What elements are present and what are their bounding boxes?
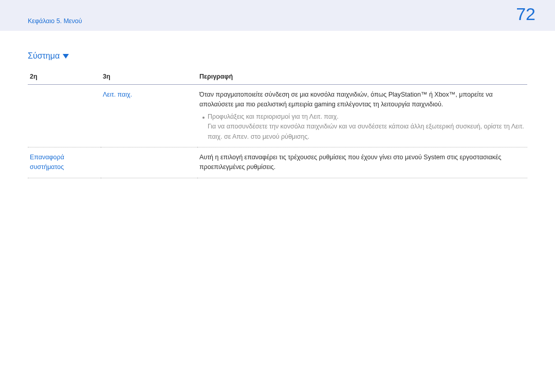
section-title-text: Σύστημα: [28, 51, 60, 61]
section-title: Σύστημα: [28, 51, 527, 61]
desc-main: Όταν πραγματοποιείτε σύνδεση σε μια κονσ…: [199, 90, 525, 110]
page-content: Σύστημα 2η 3η Περιγραφή Λειτ. παιχ. Όταν…: [0, 31, 555, 178]
cell-col3: [101, 147, 197, 178]
settings-table: 2η 3η Περιγραφή Λειτ. παιχ. Όταν πραγματ…: [28, 70, 527, 178]
page-number: 72: [516, 4, 535, 24]
cell-desc: Αυτή η επιλογή επαναφέρει τις τρέχουσες …: [197, 147, 527, 178]
table-header-desc: Περιγραφή: [197, 70, 527, 85]
bullet-icon: [202, 117, 205, 119]
cell-col2: Επαναφορά συστήματος: [28, 147, 101, 178]
bullet-text: Προφυλάξεις και περιορισμοί για τη Λειτ.…: [208, 112, 339, 122]
table-header-col2: 2η: [28, 70, 101, 85]
cell-col3: Λειτ. παιχ.: [101, 85, 197, 147]
sub-text: Για να αποσυνδέσετε την κονσόλα παιχνιδι…: [199, 122, 525, 142]
table-row: Επαναφορά συστήματος Αυτή η επιλογή επαν…: [28, 147, 527, 178]
desc-main: Αυτή η επιλογή επαναφέρει τις τρέχουσες …: [199, 153, 525, 173]
page-header: Κεφάλαιο 5. Μενού 72: [0, 0, 555, 31]
cell-col2: [28, 85, 101, 147]
table-row: Λειτ. παιχ. Όταν πραγματοποιείτε σύνδεση…: [28, 85, 527, 147]
table-header-col3: 3η: [101, 70, 197, 85]
cell-desc: Όταν πραγματοποιείτε σύνδεση σε μια κονσ…: [197, 85, 527, 147]
chapter-label: Κεφάλαιο 5. Μενού: [28, 17, 82, 25]
chevron-down-icon: [63, 54, 69, 59]
